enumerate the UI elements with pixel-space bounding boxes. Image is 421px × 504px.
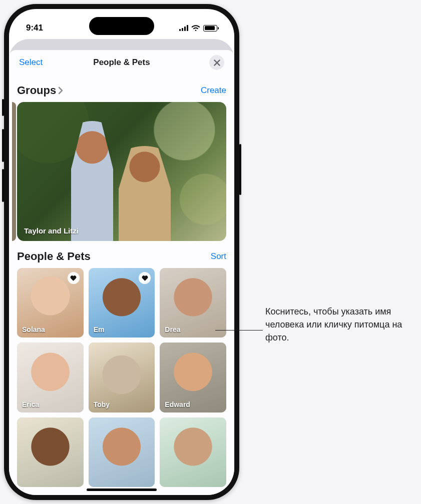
person-tile[interactable]: Toby	[89, 342, 155, 412]
person-tile[interactable]: Solana	[17, 268, 84, 338]
nav-bar: Select People & Pets	[9, 50, 234, 75]
status-time: 9:41	[26, 23, 43, 33]
groups-title-label: Groups	[17, 84, 56, 97]
person-thumbnail	[160, 418, 226, 487]
favorite-badge	[68, 272, 80, 284]
status-right	[179, 25, 217, 32]
people-title: People & Pets	[17, 250, 91, 263]
people-grid: SolanaEmDreaEricaTobyEdward	[17, 268, 226, 487]
group-card-peek[interactable]	[12, 102, 16, 241]
person-name: Edward	[165, 400, 190, 408]
sort-button[interactable]: Sort	[211, 252, 226, 262]
close-button[interactable]	[209, 55, 224, 70]
heart-icon	[70, 275, 77, 282]
person-tile[interactable]: Drea	[160, 268, 226, 338]
heart-icon	[142, 275, 148, 282]
home-indicator[interactable]	[87, 488, 157, 491]
dynamic-island	[89, 17, 154, 35]
person-thumbnail	[17, 418, 84, 487]
battery-icon	[203, 25, 217, 32]
person-name: Em	[94, 326, 105, 334]
person-thumbnail	[89, 418, 155, 487]
phone-frame: 9:41 Select People & Pets Groups	[4, 4, 239, 500]
create-button[interactable]: Create	[201, 86, 226, 96]
nav-title: People & Pets	[9, 58, 234, 68]
chevron-right-icon	[58, 86, 64, 94]
person-tile[interactable]: Erica	[17, 342, 84, 412]
callout-text: Коснитесь, чтобы указать имя человека ил…	[265, 305, 413, 344]
person-tile[interactable]	[17, 418, 84, 487]
people-pets-sheet: Select People & Pets Groups Create	[9, 50, 234, 495]
group-card-label: Taylor and Litzi	[24, 226, 79, 235]
person-name: Drea	[165, 326, 180, 334]
close-icon	[214, 60, 220, 66]
select-button[interactable]: Select	[19, 58, 43, 68]
callout-line	[215, 330, 263, 330]
cellular-icon	[179, 25, 188, 31]
person-tile[interactable]	[160, 418, 226, 487]
person-name: Solana	[22, 326, 45, 334]
person-tile[interactable]: Edward	[160, 342, 226, 412]
wifi-icon	[191, 25, 200, 32]
sheet-content[interactable]: Groups Create Taylor and Litzi Peo	[9, 75, 234, 495]
people-header: People & Pets Sort	[17, 250, 226, 263]
person-tile[interactable]	[89, 418, 155, 487]
groups-title[interactable]: Groups	[17, 84, 64, 97]
person-tile[interactable]: Em	[89, 268, 155, 338]
phone-screen: 9:41 Select People & Pets Groups	[9, 9, 234, 495]
groups-header: Groups Create	[17, 84, 226, 97]
person-name: Erica	[22, 400, 39, 408]
person-name: Toby	[94, 400, 110, 408]
group-card[interactable]: Taylor and Litzi	[17, 102, 226, 241]
